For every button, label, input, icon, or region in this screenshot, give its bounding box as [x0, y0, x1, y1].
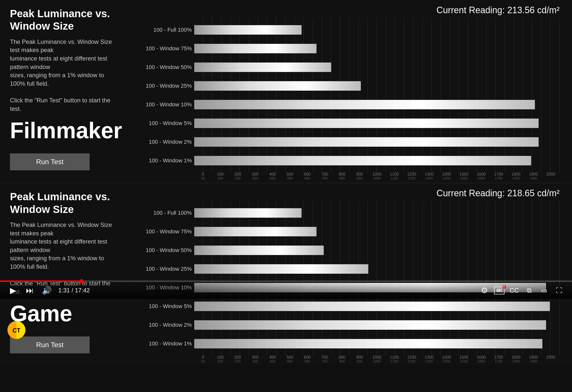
bottom-run-test-button[interactable]: Run Test [10, 336, 90, 353]
grid-line [340, 201, 350, 355]
theater-button[interactable]: ▭ [539, 285, 550, 296]
top-chart-right: Current Reading: 213.56 cd/m² 100 - Full… [129, 0, 572, 183]
grid-line [340, 18, 350, 172]
next-button[interactable]: ⏭ [24, 285, 35, 296]
bar-track [194, 100, 565, 109]
grid-line [231, 201, 240, 355]
grid-line [267, 201, 276, 355]
grid-line [514, 201, 523, 355]
x-tick: 15001550 [455, 355, 473, 363]
grid-line [359, 18, 368, 172]
bar-label: 100 - Window 5% [132, 303, 192, 310]
bar-row: 100 - Window 1% [132, 338, 565, 350]
x-tick: 600650 [299, 355, 316, 363]
grid-line [240, 201, 249, 355]
bar-track [194, 264, 565, 274]
x-tick: 400450 [264, 172, 281, 180]
fullscreen-button[interactable]: ⛶ [554, 285, 565, 296]
x-tick: 600650 [299, 172, 316, 180]
grid-line [532, 18, 541, 172]
grid-line [249, 201, 258, 355]
top-chart-panel: Peak Luminance vs. Window Size The Peak … [0, 0, 572, 183]
bar-track [194, 320, 565, 330]
grid-line [523, 18, 532, 172]
bar-row: 100 - Full 100% [132, 207, 565, 219]
grid-line [395, 201, 404, 355]
bar-track [194, 44, 565, 53]
bottom-x-axis: 0501001502002503003504004505005506006507… [132, 355, 565, 363]
bar-fill [194, 119, 539, 128]
x-tick: 300350 [247, 355, 264, 363]
bar-fill [194, 81, 361, 91]
bar-label: 100 - Full 100% [132, 27, 192, 33]
volume-button[interactable]: 🔊 [41, 285, 52, 296]
video-player[interactable]: Peak Luminance vs. Window Size The Peak … [0, 0, 572, 299]
grid-line [487, 18, 496, 172]
bar-track [194, 302, 565, 311]
grid-line [386, 201, 395, 355]
x-tick: 050 [194, 172, 212, 180]
volume-icon: 🔊 [42, 286, 52, 295]
bar-row: 100 - Window 5% [132, 117, 565, 129]
bar-track [194, 208, 565, 218]
grid-line [505, 201, 514, 355]
x-tick: 15001550 [455, 172, 473, 180]
x-tick: 17001750 [490, 355, 508, 363]
miniplayer-button[interactable]: ⧉ [524, 285, 535, 296]
subtitles-icon: CC [509, 287, 519, 294]
grid-line [231, 18, 240, 172]
play-button[interactable]: ▶ [7, 285, 18, 296]
x-tick: 500550 [281, 355, 299, 363]
x-tick: 14001450 [438, 172, 455, 180]
x-tick: 700750 [316, 172, 333, 180]
bar-label: 100 - Window 75% [132, 45, 192, 52]
grid-line [532, 201, 541, 355]
x-tick: 18001850 [507, 355, 525, 363]
bar-label: 100 - Window 2% [132, 139, 192, 145]
top-run-test-button[interactable]: Run Test [10, 153, 90, 170]
bar-label: 100 - Window 25% [132, 266, 192, 272]
grid-line [459, 201, 468, 355]
bottom-current-reading: Current Reading: 218.65 cd/m² [132, 188, 565, 198]
top-current-reading: Current Reading: 213.56 cd/m² [132, 5, 565, 15]
grid-line [304, 18, 313, 172]
x-tick: 200250 [229, 355, 247, 363]
bar-label: 100 - Window 10% [132, 101, 192, 108]
bar-label: 100 - Window 1% [132, 157, 192, 164]
x-tick: 700750 [316, 355, 333, 363]
bottom-chart-right: Current Reading: 218.65 cd/m² 100 - Full… [129, 183, 572, 366]
bar-fill [194, 227, 317, 236]
bar-row: 100 - Window 50% [132, 244, 565, 256]
grid-line [194, 18, 203, 172]
settings-button[interactable]: ⚙ [479, 285, 490, 296]
bar-label: 100 - Window 50% [132, 247, 192, 254]
grid-line [194, 201, 203, 355]
x-tick: 900950 [351, 172, 368, 180]
channel-avatar[interactable]: CT [7, 321, 25, 339]
grid-line [222, 18, 231, 172]
grid-line [212, 18, 222, 172]
bar-label: 100 - Window 5% [132, 120, 192, 127]
x-tick: 100150 [212, 172, 229, 180]
x-tick: 100150 [212, 355, 229, 363]
resolution-button[interactable]: 4K K [494, 285, 505, 296]
bar-row: 100 - Window 75% [132, 226, 565, 238]
top-chart-left: Peak Luminance vs. Window Size The Peak … [0, 0, 129, 183]
grid-line [423, 18, 432, 172]
x-tick: 050 [194, 355, 212, 363]
fullscreen-icon: ⛶ [556, 287, 562, 294]
video-controls: ▶ ⏭ 🔊 1:31 / 17:42 ⚙ 4K K CC [0, 282, 572, 299]
grid-line [349, 18, 359, 172]
subtitles-button[interactable]: CC [509, 285, 520, 296]
bar-fill [194, 44, 317, 53]
x-tick: 19001950 [525, 355, 542, 363]
grid-line [212, 201, 222, 355]
bar-track [194, 119, 565, 128]
grid-line [258, 18, 267, 172]
top-chart-title: Peak Luminance vs. Window Size [10, 7, 120, 33]
grid-line [331, 201, 340, 355]
x-tick: 11001150 [385, 355, 403, 363]
resolution-label: 4K [496, 288, 503, 293]
grid-line [450, 18, 459, 172]
x-tick: 16001650 [473, 355, 490, 363]
